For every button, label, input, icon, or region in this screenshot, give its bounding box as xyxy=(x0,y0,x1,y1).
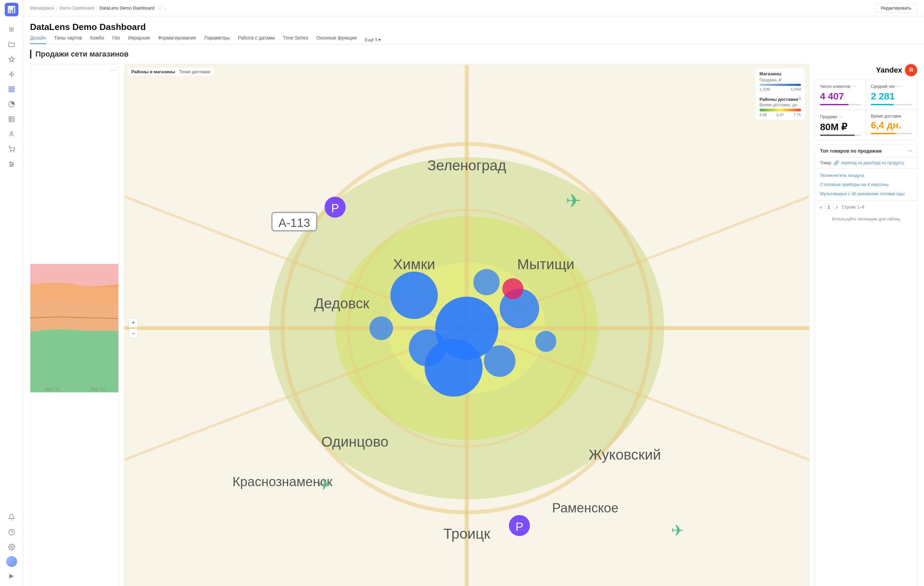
svg-text:P: P xyxy=(331,202,339,215)
page-header: DataLens Demo Dashboard xyxy=(23,16,924,32)
metric-clients: Число клиентов ··· 4 407 xyxy=(815,79,866,110)
section-title: Продажи сети магазинов xyxy=(30,50,129,59)
metric-avg-check-label: Средний чек ··· xyxy=(871,84,912,90)
tabs-more[interactable]: Ещё 5 ▾ xyxy=(365,37,381,42)
tab-formatting[interactable]: Форматирование xyxy=(158,35,196,44)
metric-delivery-time-label: Время доставки xyxy=(871,114,912,119)
tab-types[interactable]: Типы чартов xyxy=(54,35,82,44)
avatar[interactable] xyxy=(6,556,17,567)
link-text[interactable]: переход на дашборд по продукту xyxy=(841,160,904,165)
pagination-next[interactable]: › xyxy=(836,204,838,210)
page-title: DataLens Demo Dashboard xyxy=(30,22,917,32)
sidebar-item-cart[interactable] xyxy=(5,143,18,155)
map-tab-districts[interactable]: Районы и магазины xyxy=(131,69,175,74)
more-icon[interactable]: ··· xyxy=(164,5,168,11)
map-tabs: Районы и магазины Точки доставки xyxy=(128,68,214,76)
svg-text:Дедовск: Дедовск xyxy=(314,295,369,311)
legend-stores-bar xyxy=(760,84,801,86)
svg-text:Раменское: Раменское xyxy=(552,500,619,515)
svg-rect-7 xyxy=(9,117,14,122)
edit-button[interactable]: Редактировать xyxy=(875,3,917,13)
favorite-icon[interactable]: ☆ xyxy=(158,5,162,11)
svg-text:Янв '23: Янв '23 xyxy=(91,387,105,392)
svg-point-43 xyxy=(369,316,393,340)
tab-dizain[interactable]: Дизайн xyxy=(30,35,46,44)
zoom-in-button[interactable]: + xyxy=(129,318,138,328)
sidebar-item-chart[interactable] xyxy=(5,98,18,110)
legend-stores-subtitle: Продажа, ₽ xyxy=(760,78,801,82)
svg-text:Жуковский: Жуковский xyxy=(589,447,661,463)
top-bar: Marketplace / Demo Dashboard / DataLens … xyxy=(23,0,924,16)
tab-params[interactable]: Параметры xyxy=(204,35,230,44)
tabs-more-label: Ещё 5 xyxy=(365,37,378,42)
pagination-prev[interactable]: ‹ xyxy=(820,204,822,210)
metric-delivery-time-progress xyxy=(871,133,912,134)
tab-geo[interactable]: Гео xyxy=(112,35,120,44)
metric-delivery-time: Время доставки 6,4 дн. xyxy=(866,110,917,140)
svg-text:Химки: Химки xyxy=(393,256,436,272)
sidebar-item-folder[interactable] xyxy=(5,38,18,50)
sidebar-item-sliders[interactable] xyxy=(5,158,18,170)
area-chart-menu[interactable]: ··· xyxy=(111,67,116,73)
top-products-menu[interactable]: ··· xyxy=(908,148,912,154)
pagination-page-num[interactable]: 1 xyxy=(825,203,833,211)
legend-delivery-bar xyxy=(760,109,801,111)
product-item-2[interactable]: Мультиварка с 40 режимами готовки еды xyxy=(815,189,917,198)
metric-avg-check-value: 2 281 xyxy=(871,91,912,102)
legend-delivery-title: Районы доставки xyxy=(760,97,799,102)
main-content: Marketplace / Demo Dashboard / DataLens … xyxy=(23,0,924,586)
product-item-1[interactable]: Столовые приборы на 4 персоны xyxy=(815,180,917,189)
yandex-logo-icon: Я xyxy=(905,64,917,76)
app-logo[interactable]: 📊 xyxy=(5,3,18,16)
tabs-bar: Дизайн Типы чартов Комбо Гео Иерархии Фо… xyxy=(23,32,924,44)
tab-hierarchies[interactable]: Иерархии xyxy=(128,35,150,44)
map-legend: Магазины Продажа, ₽ 1,33М 4,25М Районы д… xyxy=(756,69,805,120)
legend-stores-max: 4,25М xyxy=(790,87,801,91)
svg-rect-5 xyxy=(12,90,14,92)
sidebar-item-lightning[interactable] xyxy=(5,68,18,81)
top-row: ··· Июл '22 Янв '23 xyxy=(30,64,917,586)
metric-clients-progress xyxy=(820,104,861,105)
legend-delivery-range: 4,98 6,37 7,75 xyxy=(760,113,801,117)
sidebar-item-grid[interactable]: ⊞ xyxy=(5,23,18,35)
svg-point-44 xyxy=(502,278,523,300)
zoom-out-button[interactable]: − xyxy=(129,329,138,338)
sidebar-item-table[interactable] xyxy=(5,113,18,125)
metrics-panel: Yandex Я Число клиентов ··· 4 407 xyxy=(815,64,917,586)
sidebar-item-help[interactable] xyxy=(5,526,18,538)
avatar-status-badge xyxy=(14,563,17,567)
legend-delivery-label: Э xyxy=(798,96,801,100)
svg-point-11 xyxy=(10,132,13,134)
sidebar-item-favorites[interactable] xyxy=(5,53,18,66)
svg-text:P: P xyxy=(516,520,523,533)
sidebar-item-person[interactable] xyxy=(5,128,18,140)
tab-timeseries[interactable]: Time Series xyxy=(283,35,308,44)
metric-avg-check: Средний чек ··· 2 281 xyxy=(866,79,917,110)
tab-dates[interactable]: Работа с датами xyxy=(238,35,275,44)
svg-point-12 xyxy=(10,151,11,152)
tabs-more-chevron: ▾ xyxy=(378,37,381,42)
product-item-0[interactable]: Увлажнитель воздуха xyxy=(815,171,917,180)
tab-combo[interactable]: Комбо xyxy=(90,35,104,44)
sidebar-item-list[interactable] xyxy=(5,83,18,95)
breadcrumb-marketplace[interactable]: Marketplace xyxy=(30,5,54,11)
breadcrumb-demo-dashboard[interactable]: Demo Dashboard xyxy=(59,5,94,11)
metric-clients-menu[interactable]: ··· xyxy=(852,84,856,90)
sidebar-item-settings[interactable] xyxy=(5,541,18,553)
sidebar-item-play[interactable]: ▶ xyxy=(5,570,18,582)
svg-text:✈: ✈ xyxy=(566,191,581,211)
metric-sales-menu[interactable]: ··· xyxy=(838,114,843,120)
products-pagination: ‹ 1 › Строки: 1–8 xyxy=(815,200,917,213)
metric-delivery-time-value: 6,4 дн. xyxy=(871,120,912,131)
map-tab-delivery[interactable]: Точки доставки xyxy=(179,69,210,74)
section-title-row: Продажи сети магазинов xyxy=(30,50,917,59)
svg-point-41 xyxy=(473,269,500,295)
metric-avg-check-menu[interactable]: ··· xyxy=(896,84,901,90)
tab-window[interactable]: Оконные функции xyxy=(317,35,356,44)
metric-sales-value: 80М ₽ xyxy=(820,121,861,133)
map-widget: Районы и магазины Точки доставки ··· + − xyxy=(124,64,809,586)
sidebar-item-bell[interactable] xyxy=(5,511,18,523)
pagination-info: Строки: 1–8 xyxy=(842,205,865,209)
product-list: Увлажнитель воздуха Столовые приборы на … xyxy=(815,169,917,200)
svg-text:Зеленоград: Зеленоград xyxy=(427,157,507,173)
